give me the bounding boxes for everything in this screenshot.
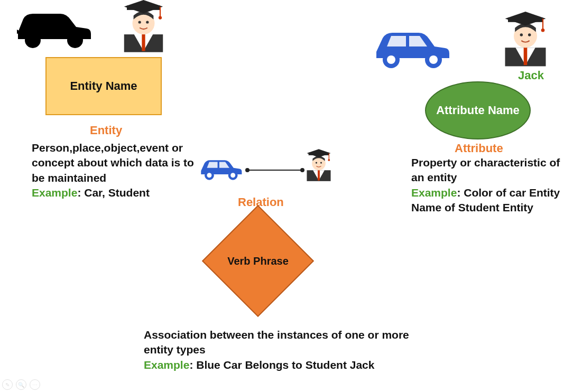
svg-point-27 bbox=[245, 168, 249, 172]
svg-rect-15 bbox=[524, 48, 528, 65]
attribute-heading: Attribute bbox=[455, 142, 503, 155]
svg-point-8 bbox=[138, 21, 141, 23]
entity-heading: Entity bbox=[90, 124, 122, 137]
relation-diamond: Verb Phrase bbox=[195, 219, 321, 303]
svg-point-35 bbox=[316, 162, 317, 163]
svg-point-36 bbox=[320, 162, 322, 163]
student-icon-entity bbox=[118, 0, 169, 58]
jack-label: Jack bbox=[518, 69, 544, 82]
attribute-name-ellipse: Attribute Name bbox=[425, 81, 531, 139]
svg-point-11 bbox=[387, 55, 395, 64]
car-blue-icon-rel bbox=[195, 153, 245, 184]
svg-point-7 bbox=[159, 16, 162, 19]
svg-point-23 bbox=[207, 173, 211, 178]
attribute-example-label: Example bbox=[411, 186, 457, 199]
svg-rect-30 bbox=[318, 170, 320, 180]
relation-example-label: Example bbox=[144, 359, 189, 371]
relation-example-text: : Blue Car Belongs to Student Jack bbox=[189, 359, 374, 371]
svg-point-21 bbox=[528, 33, 531, 36]
car-black-icon bbox=[7, 3, 97, 53]
magnify-icon[interactable]: 🔍 bbox=[16, 379, 26, 390]
entity-name-box: Entity Name bbox=[45, 57, 162, 115]
svg-point-13 bbox=[429, 55, 438, 64]
svg-point-20 bbox=[520, 33, 523, 36]
relation-diamond-label: Verb Phrase bbox=[227, 255, 289, 267]
svg-rect-3 bbox=[142, 34, 145, 51]
entity-box-label: Entity Name bbox=[70, 79, 137, 93]
relation-connector bbox=[243, 165, 307, 178]
bottom-toolbar: ✎ 🔍 ⋯ bbox=[2, 379, 40, 390]
toolbar-btn-1[interactable]: ✎ bbox=[2, 379, 13, 390]
entity-example-text: : Car, Student bbox=[77, 186, 150, 199]
entity-example-label: Example bbox=[32, 186, 77, 199]
student-icon-rel bbox=[303, 149, 334, 185]
student-icon-attr bbox=[499, 12, 552, 72]
svg-point-19 bbox=[541, 29, 545, 32]
car-blue-icon-attr bbox=[365, 21, 455, 73]
relation-heading: Relation bbox=[238, 195, 284, 209]
svg-point-9 bbox=[146, 21, 149, 23]
entity-description: Person,place,object,event or concept abo… bbox=[32, 141, 196, 200]
more-icon[interactable]: ⋯ bbox=[30, 379, 40, 390]
svg-point-1 bbox=[67, 32, 83, 48]
svg-point-0 bbox=[25, 32, 41, 48]
attribute-description: Property or characteristic of an entity … bbox=[411, 155, 570, 215]
relation-description: Association between the instances of one… bbox=[144, 328, 419, 372]
svg-point-34 bbox=[328, 159, 330, 161]
attribute-ellipse-label: Attribute Name bbox=[436, 104, 520, 117]
svg-point-25 bbox=[230, 173, 235, 178]
